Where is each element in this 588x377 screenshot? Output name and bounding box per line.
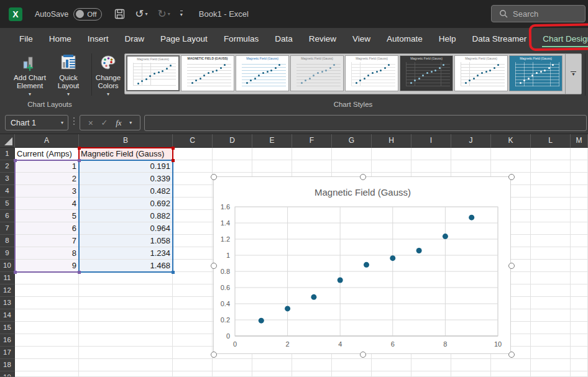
grid-cell[interactable]: [79, 272, 173, 284]
grid-cell[interactable]: 1.234: [79, 247, 173, 260]
grid-cell[interactable]: [252, 359, 292, 371]
column-header-L[interactable]: L: [531, 134, 571, 148]
row-header-10[interactable]: 10: [0, 260, 15, 272]
grid-cell[interactable]: [79, 322, 173, 334]
grid-cell[interactable]: [491, 359, 531, 371]
grid-cell[interactable]: [332, 160, 372, 173]
grid-cell[interactable]: 0.964: [79, 222, 173, 235]
grid-cell[interactable]: [15, 284, 79, 297]
grid-cell[interactable]: 0.692: [79, 198, 173, 210]
grid-cell[interactable]: [292, 359, 332, 371]
chart-resize-handle[interactable]: [508, 263, 515, 269]
grid-cell[interactable]: [79, 284, 173, 297]
grid-cell[interactable]: [173, 160, 213, 173]
row-header-8[interactable]: 8: [0, 235, 15, 247]
grid-cell[interactable]: [531, 247, 571, 260]
grid-cell[interactable]: [292, 371, 332, 377]
chart-title[interactable]: Magnetic Field (Gauss): [315, 187, 411, 198]
row-header-5[interactable]: 5: [0, 198, 15, 210]
tab-formulas[interactable]: Formulas: [216, 28, 267, 50]
chart-resize-handle[interactable]: [508, 174, 515, 180]
grid-cell[interactable]: [79, 371, 173, 377]
save-button[interactable]: [114, 9, 125, 19]
grid-cell[interactable]: [531, 185, 571, 198]
excel-logo-icon[interactable]: X: [9, 7, 22, 21]
grid-cell[interactable]: [15, 272, 79, 284]
tab-data[interactable]: Data: [267, 28, 301, 50]
formula-input[interactable]: [144, 115, 587, 131]
tab-help[interactable]: Help: [431, 28, 464, 50]
grid-cell[interactable]: [451, 359, 491, 371]
grid-cell[interactable]: [213, 148, 252, 160]
chart-style-thumbnail[interactable]: Magnetic Field (Gauss): [509, 55, 563, 91]
grid-cell[interactable]: [252, 148, 292, 160]
grid-cell[interactable]: [173, 272, 213, 284]
grid-cell[interactable]: [173, 198, 213, 210]
grid-cell[interactable]: [173, 334, 213, 347]
row-header-1[interactable]: 1: [0, 148, 15, 160]
chart-style-thumbnail[interactable]: Magnetic Field (Gauss): [236, 55, 289, 91]
grid-cell[interactable]: [571, 371, 588, 377]
grid-cell[interactable]: [531, 297, 571, 309]
autosave-toggle[interactable]: Off: [73, 8, 102, 20]
grid-cell[interactable]: [15, 297, 79, 309]
grid-cell[interactable]: [173, 260, 213, 272]
column-header-H[interactable]: H: [372, 134, 411, 148]
column-header-K[interactable]: K: [491, 134, 531, 148]
grid-cell[interactable]: [571, 334, 588, 347]
grid-cell[interactable]: [571, 260, 588, 272]
grid-cell[interactable]: [79, 309, 173, 322]
grid-cell[interactable]: [531, 222, 571, 235]
grid-cell[interactable]: [451, 160, 491, 173]
grid-cell[interactable]: [571, 272, 588, 284]
grid-cell[interactable]: [571, 247, 588, 260]
grid-cell[interactable]: 0.191: [79, 160, 173, 173]
chart-resize-handle[interactable]: [211, 352, 217, 358]
grid-cell[interactable]: [173, 309, 213, 322]
chart-style-thumbnail[interactable]: Magnetic Field (Gauss): [181, 55, 234, 91]
grid-cell[interactable]: [173, 210, 213, 222]
grid-cell[interactable]: [571, 359, 588, 371]
gallery-more-button[interactable]: ▾: [565, 54, 581, 94]
grid-cell[interactable]: [173, 359, 213, 371]
add-chart-element-button[interactable]: Add Chart Element ▾: [11, 53, 48, 100]
grid-cell[interactable]: [173, 284, 213, 297]
grid-cell[interactable]: [79, 334, 173, 347]
grid-cell[interactable]: [15, 322, 79, 334]
grid-cell[interactable]: [173, 173, 213, 185]
grid-cell[interactable]: [411, 359, 451, 371]
row-header-17[interactable]: 17: [0, 347, 15, 359]
grid-cell[interactable]: 9: [15, 260, 79, 272]
tab-review[interactable]: Review: [301, 28, 344, 50]
data-point[interactable]: [311, 294, 316, 300]
data-point[interactable]: [443, 234, 448, 239]
row-header-4[interactable]: 4: [0, 185, 15, 198]
grid-cell[interactable]: [411, 148, 451, 160]
grid-cell[interactable]: [292, 148, 332, 160]
grid-cell[interactable]: [491, 371, 531, 377]
insert-function-button[interactable]: fx: [116, 118, 121, 128]
chart-style-thumbnail[interactable]: Magnetic Field (Gauss): [290, 55, 344, 91]
chart-resize-handle[interactable]: [211, 263, 217, 269]
grid-cell[interactable]: [173, 297, 213, 309]
grid-cell[interactable]: [15, 359, 79, 371]
grid-cell[interactable]: 7: [15, 235, 79, 247]
grid-cell[interactable]: [372, 160, 411, 173]
grid-cell[interactable]: [173, 185, 213, 198]
grid-cell[interactable]: [213, 371, 252, 377]
tab-chart-design[interactable]: Chart Design: [535, 28, 588, 50]
row-header-16[interactable]: 16: [0, 334, 15, 347]
cancel-icon[interactable]: ×: [88, 118, 93, 128]
column-header-B[interactable]: B: [79, 134, 173, 148]
grid-cell[interactable]: [531, 210, 571, 222]
grid-cell[interactable]: [531, 284, 571, 297]
grid-cell[interactable]: [79, 297, 173, 309]
grid-cell[interactable]: Current (Amps): [15, 148, 79, 160]
grid-cell[interactable]: [451, 371, 491, 377]
grid-cell[interactable]: [571, 210, 588, 222]
chevron-down-icon[interactable]: ▾: [61, 120, 63, 125]
column-header-F[interactable]: F: [292, 134, 332, 148]
grid-cell[interactable]: [571, 297, 588, 309]
row-header-14[interactable]: 14: [0, 309, 15, 322]
grid-cell[interactable]: [571, 284, 588, 297]
